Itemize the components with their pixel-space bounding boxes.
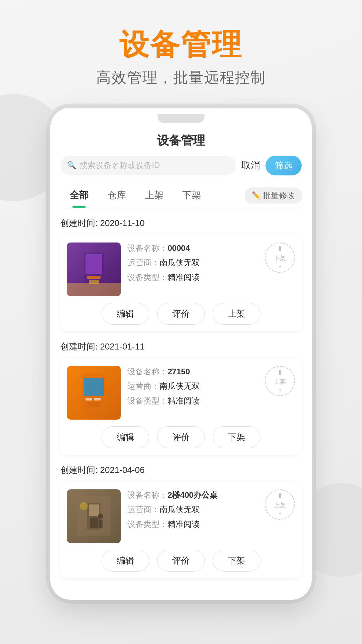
edit-button-3[interactable]: 编辑 bbox=[102, 550, 149, 572]
device-image-placeholder-3 bbox=[67, 489, 121, 543]
svg-point-15 bbox=[80, 502, 88, 510]
device-details-2: 设备名称：27150 运营商：南瓜侠无双 设备类型：精准阅读 bbox=[127, 366, 258, 410]
svg-rect-14 bbox=[99, 520, 103, 528]
phone-notch bbox=[158, 114, 204, 123]
svg-rect-5 bbox=[84, 378, 104, 396]
svg-rect-2 bbox=[87, 276, 101, 279]
search-input-wrapper[interactable]: 🔍 搜索设备名称或设备ID bbox=[60, 156, 236, 175]
review-button-3[interactable]: 评价 bbox=[157, 550, 205, 572]
delist-button-3[interactable]: 下架 bbox=[213, 550, 260, 572]
device-card-3: 设备名称：2楼400办公桌 运营商：南瓜侠无双 设备类型：精准阅读 ⬆ bbox=[60, 481, 302, 578]
edit-icon: ✏️ bbox=[252, 191, 261, 200]
device-card-2: 设备名称：27150 运营商：南瓜侠无双 设备类型：精准阅读 ⬆ bbox=[60, 358, 302, 455]
device-image-2 bbox=[67, 366, 121, 420]
device-details-3: 设备名称：2楼400办公桌 运营商：南瓜侠无双 设备类型：精准阅读 bbox=[127, 489, 258, 533]
date-section-1: 创建时间: 2020-11-10 bbox=[60, 217, 302, 331]
status-icon-3: ⬆ bbox=[277, 492, 283, 500]
device-operator-row-2: 运营商：南瓜侠无双 bbox=[127, 380, 258, 392]
review-button-2[interactable]: 评价 bbox=[157, 426, 205, 448]
svg-rect-3 bbox=[89, 280, 99, 284]
date-section-2: 创建时间: 2021-01-11 bbox=[60, 341, 302, 455]
filter-button[interactable]: 筛选 bbox=[265, 156, 302, 175]
status-badge-wrapper-1: ⬇ 下架 ✦ bbox=[265, 243, 295, 273]
search-icon: 🔍 bbox=[67, 161, 76, 170]
svg-rect-7 bbox=[94, 398, 101, 400]
svg-rect-8 bbox=[87, 402, 101, 407]
tab-all[interactable]: 全部 bbox=[60, 183, 98, 208]
device-image-1 bbox=[67, 243, 121, 296]
device-image-placeholder-2 bbox=[67, 366, 121, 420]
app-content: 设备管理 🔍 搜索设备名称或设备ID 取消 筛选 全部 仓库 上架 下架 bbox=[50, 124, 312, 578]
action-buttons-1: 编辑 评价 上架 bbox=[67, 303, 295, 325]
device-name-row-2: 设备名称：27150 bbox=[127, 366, 258, 377]
status-text-1: 下架 bbox=[274, 254, 286, 262]
device-card-1: 设备名称：00004 运营商：南瓜侠无双 设备类型：精准阅读 ⬇ bbox=[60, 234, 302, 331]
device-name-row-1: 设备名称：00004 bbox=[127, 243, 258, 254]
edit-button-1[interactable]: 编辑 bbox=[102, 303, 149, 325]
svg-rect-11 bbox=[89, 504, 99, 516]
device-type-row-2: 设备类型：精准阅读 bbox=[127, 395, 258, 407]
date-label-2: 创建时间: 2021-01-11 bbox=[60, 341, 302, 353]
phone-mockup: 设备管理 🔍 搜索设备名称或设备ID 取消 筛选 全部 仓库 上架 下架 bbox=[50, 108, 312, 600]
device-image-placeholder-1 bbox=[67, 243, 121, 296]
page-title: 设备管理 bbox=[60, 124, 302, 156]
sub-title: 高效管理，批量远程控制 bbox=[0, 68, 362, 88]
tab-warehouse[interactable]: 仓库 bbox=[98, 183, 135, 208]
cancel-button[interactable]: 取消 bbox=[241, 159, 260, 172]
batch-edit-button[interactable]: ✏️ 批量修改 bbox=[245, 187, 302, 204]
main-title: 设备管理 bbox=[0, 27, 362, 62]
edit-button-2[interactable]: 编辑 bbox=[102, 426, 149, 448]
status-badge-wrapper-2: ⬆ 上架 ✦ bbox=[265, 366, 295, 396]
action-buttons-2: 编辑 评价 下架 bbox=[67, 426, 295, 448]
svg-rect-1 bbox=[85, 254, 102, 274]
phone-top-bar bbox=[50, 108, 312, 124]
status-badge-1: ⬇ 下架 ✦ bbox=[265, 243, 295, 273]
svg-rect-12 bbox=[90, 518, 98, 528]
device-type-row-1: 设备类型：精准阅读 bbox=[127, 272, 258, 283]
action-buttons-3: 编辑 评价 下架 bbox=[67, 550, 295, 572]
device-type-row-3: 设备类型：精准阅读 bbox=[127, 519, 258, 530]
device-operator-row-1: 运营商：南瓜侠无双 bbox=[127, 257, 258, 268]
delist-button-2[interactable]: 下架 bbox=[213, 426, 260, 448]
device-info-row-2: 设备名称：27150 运营商：南瓜侠无双 设备类型：精准阅读 ⬆ bbox=[67, 366, 295, 420]
device-operator-row-3: 运营商：南瓜侠无双 bbox=[127, 504, 258, 515]
review-button-1[interactable]: 评价 bbox=[157, 303, 205, 325]
status-text-2: 上架 bbox=[274, 378, 286, 386]
device-details-1: 设备名称：00004 运营商：南瓜侠无双 设备类型：精准阅读 bbox=[127, 243, 258, 286]
search-input-placeholder: 搜索设备名称或设备ID bbox=[79, 160, 160, 171]
device-info-row-3: 设备名称：2楼400办公桌 运营商：南瓜侠无双 设备类型：精准阅读 ⬆ bbox=[67, 489, 295, 543]
date-section-3: 创建时间: 2021-04-06 bbox=[60, 464, 302, 578]
search-row: 🔍 搜索设备名称或设备ID 取消 筛选 bbox=[60, 156, 302, 175]
svg-point-13 bbox=[98, 514, 103, 519]
status-icon-1: ⬇ bbox=[277, 245, 283, 253]
device-image-3 bbox=[67, 489, 121, 543]
status-text-3: 上架 bbox=[274, 501, 286, 509]
tab-listed[interactable]: 上架 bbox=[135, 183, 173, 208]
status-badge-wrapper-3: ⬆ 上架 ✦ bbox=[265, 489, 295, 520]
date-label-1: 创建时间: 2020-11-10 bbox=[60, 217, 302, 229]
svg-rect-6 bbox=[85, 398, 92, 400]
device-info-row-1: 设备名称：00004 运营商：南瓜侠无双 设备类型：精准阅读 ⬇ bbox=[67, 243, 295, 296]
list-button-1[interactable]: 上架 bbox=[213, 303, 260, 325]
status-badge-3: ⬆ 上架 ✦ bbox=[265, 489, 295, 520]
status-icon-2: ⬆ bbox=[277, 368, 283, 376]
status-badge-2: ⬆ 上架 ✦ bbox=[265, 366, 295, 396]
header-section: 设备管理 高效管理，批量远程控制 bbox=[0, 0, 362, 101]
tab-delisted[interactable]: 下架 bbox=[173, 183, 210, 208]
tabs-row: 全部 仓库 上架 下架 ✏️ 批量修改 bbox=[60, 183, 302, 208]
device-name-row-3: 设备名称：2楼400办公桌 bbox=[127, 489, 258, 501]
date-label-3: 创建时间: 2021-04-06 bbox=[60, 464, 302, 476]
